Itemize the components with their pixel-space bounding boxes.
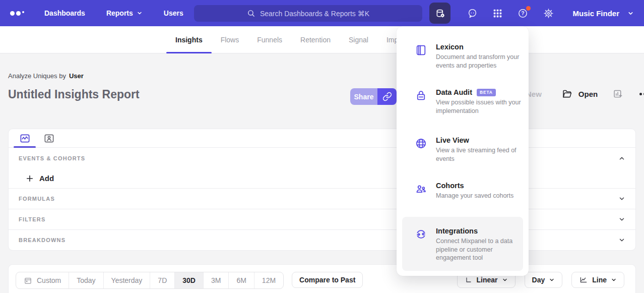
date-range-yesterday[interactable]: Yesterday xyxy=(104,272,151,288)
header-actions: New Open xyxy=(526,89,644,99)
scale-dropdown-label: Linear xyxy=(477,276,498,284)
page-title[interactable]: Untitled Insights Report xyxy=(8,88,140,101)
date-range-12m-label: 12M xyxy=(262,276,276,284)
breakdowns-section-header[interactable]: BREAKDOWNS xyxy=(9,229,635,250)
menu-item-description: View a live streaming feed of events xyxy=(436,146,523,163)
link-icon xyxy=(382,92,392,101)
tab-profiles-view[interactable] xyxy=(37,129,61,147)
cohorts-title: Cohorts xyxy=(436,182,464,190)
topbar-icon-group: ? Music Finder xyxy=(429,0,634,26)
data-audit-title: Data Audit xyxy=(436,88,472,96)
formulas-section-header[interactable]: FORMULAS xyxy=(9,188,635,209)
date-range-3m-label: 3M xyxy=(211,276,221,284)
more-options-button[interactable] xyxy=(639,93,644,95)
tab-retention[interactable]: Retention xyxy=(291,26,340,53)
chevron-down-icon xyxy=(618,216,625,223)
add-event-button[interactable]: Add xyxy=(9,168,635,188)
tab-funnels-label: Funnels xyxy=(257,36,282,44)
date-range-30d[interactable]: 30D xyxy=(175,272,204,288)
menu-item-integrations-content: Integrations Connect Mixpanel to a data … xyxy=(402,217,523,262)
builder-icon-tabs xyxy=(9,129,635,148)
date-range-6m[interactable]: 6M xyxy=(229,272,254,288)
tab-flows[interactable]: Flows xyxy=(212,26,248,53)
tab-events-view[interactable] xyxy=(13,129,37,147)
gear-icon xyxy=(543,8,554,19)
chevron-down-icon xyxy=(627,10,634,17)
menu-item-integrations[interactable]: Integrations Connect Mixpanel to a data … xyxy=(402,217,523,271)
expand-section-button[interactable] xyxy=(618,216,625,223)
share-button[interactable]: Share xyxy=(350,88,377,105)
date-range-7d-label: 7D xyxy=(158,276,167,284)
menu-item-title: Integrations xyxy=(436,227,516,235)
expand-section-button[interactable] xyxy=(618,195,625,202)
expand-section-button[interactable] xyxy=(618,237,625,244)
date-range-7d[interactable]: 7D xyxy=(150,272,175,288)
primary-nav: Dashboards Reports Users xyxy=(44,9,183,17)
breadcrumb-entity[interactable]: User xyxy=(69,72,84,80)
data-management-button[interactable] xyxy=(429,3,450,24)
workspace-name: Music Finder xyxy=(572,9,619,18)
filters-section-header[interactable]: FILTERS xyxy=(9,209,635,229)
compare-to-past-button[interactable]: Compare to Past xyxy=(292,272,363,288)
date-range-12m[interactable]: 12M xyxy=(254,272,283,288)
menu-item-description: Manage your saved cohorts xyxy=(436,192,513,200)
date-range-custom[interactable]: Custom xyxy=(16,272,69,288)
chart-type-dropdown-label: Line xyxy=(592,276,607,284)
sync-icon xyxy=(415,228,427,241)
book-icon xyxy=(415,44,427,56)
menu-item-description: Document and transform your events and p… xyxy=(436,53,523,70)
breadcrumb-prefix: Analyze Uniques by xyxy=(8,72,66,80)
global-search-input[interactable]: Search Dashboards & Reports ⌘K xyxy=(194,5,422,22)
integrations-title: Integrations xyxy=(436,227,478,235)
open-button-label: Open xyxy=(578,90,598,98)
copy-link-button[interactable] xyxy=(377,88,397,105)
date-range-today[interactable]: Today xyxy=(69,272,103,288)
tab-signal[interactable]: Signal xyxy=(340,26,377,53)
settings-button[interactable] xyxy=(543,8,554,19)
nav-users[interactable]: Users xyxy=(164,9,183,17)
notification-dot xyxy=(526,6,531,11)
messages-button[interactable] xyxy=(467,8,478,19)
tab-insights[interactable]: Insights xyxy=(166,26,212,53)
query-builder-card: EVENTS & COHORTS Add FORMULAS FILTERS BR… xyxy=(8,129,636,251)
folder-icon xyxy=(562,89,572,99)
menu-item-data-audit[interactable]: Data Audit BETA View possible issues wit… xyxy=(397,88,529,115)
date-range-today-label: Today xyxy=(77,276,95,284)
tab-funnels[interactable]: Funnels xyxy=(248,26,291,53)
nav-reports[interactable]: Reports xyxy=(106,9,143,17)
tab-retention-label: Retention xyxy=(300,36,331,44)
menu-item-lexicon[interactable]: Lexicon Document and transform your even… xyxy=(397,43,529,70)
line-chart-icon xyxy=(579,275,588,284)
menu-item-cohorts[interactable]: Cohorts Manage your saved cohorts xyxy=(397,182,529,200)
chat-bubble-icon xyxy=(467,8,478,19)
add-to-dashboard-button[interactable] xyxy=(613,89,623,99)
data-management-dropdown: Lexicon Document and transform your even… xyxy=(397,26,529,276)
help-button[interactable]: ? xyxy=(517,8,529,19)
menu-item-live-view[interactable]: Live View View a live streaming feed of … xyxy=(397,136,529,163)
chevron-down-icon xyxy=(618,195,625,202)
mixpanel-logo-icon[interactable] xyxy=(10,11,24,16)
live-view-title: Live View xyxy=(436,136,469,144)
nav-dashboards[interactable]: Dashboards xyxy=(44,9,85,17)
chevron-down-icon xyxy=(611,277,617,283)
menu-item-title: Data Audit BETA xyxy=(436,88,523,96)
tab-flows-label: Flows xyxy=(221,36,239,44)
axis-icon xyxy=(465,276,473,284)
workspace-switcher[interactable]: Music Finder xyxy=(572,9,634,18)
chart-type-dropdown[interactable]: Line xyxy=(571,272,624,288)
nav-reports-label: Reports xyxy=(106,9,133,17)
chevron-up-icon xyxy=(618,155,625,162)
lock-icon xyxy=(415,89,427,102)
tab-signal-label: Signal xyxy=(349,36,368,44)
date-range-3m[interactable]: 3M xyxy=(204,272,229,288)
collapse-section-button[interactable] xyxy=(618,155,625,162)
apps-grid-button[interactable] xyxy=(492,8,503,19)
chevron-down-icon xyxy=(618,237,625,244)
menu-item-description: View possible issues with your implement… xyxy=(436,98,523,115)
open-button[interactable]: Open xyxy=(562,89,598,99)
granularity-dropdown[interactable]: Day xyxy=(525,272,563,288)
chevron-down-icon xyxy=(502,277,508,283)
chart-toolbar-card: Custom Today Yesterday 7D 30D 3M 6M 12M … xyxy=(8,264,636,293)
events-cohorts-section-header[interactable]: EVENTS & COHORTS xyxy=(9,148,635,168)
compare-to-past-label: Compare to Past xyxy=(299,276,355,284)
